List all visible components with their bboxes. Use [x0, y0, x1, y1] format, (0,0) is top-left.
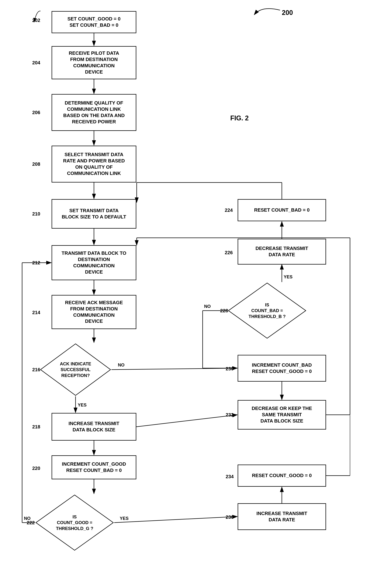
diagram-container: SET COUNT_GOOD = 0 SET COUNT_BAD = 0 202…	[0, 0, 392, 570]
node-218: INCREASE TRANSMIT DATA BLOCK SIZE	[52, 413, 136, 440]
label-210: 210	[32, 211, 40, 217]
arrows-svg: YES NO YES NO YES NO	[0, 0, 392, 570]
svg-text:NO: NO	[204, 304, 211, 309]
node-204-text: RECEIVE PILOT DATA FROM DESTINATION COMM…	[69, 50, 119, 75]
node-230-text: INCREMENT COUNT_BAD RESET COUNT_GOOD = 0	[252, 362, 312, 375]
label-228: 228	[220, 308, 228, 314]
svg-line-14	[112, 368, 237, 370]
node-214: RECEIVE ACK MESSAGE FROM DESTINATION COM…	[52, 295, 136, 329]
label-208: 208	[32, 161, 40, 167]
node-224: RESET COUNT_BAD = 0	[238, 199, 326, 221]
node-222: IS COUNT_GOOD = THRESHOLD_G ?	[35, 494, 114, 551]
diagram-ref: 200	[282, 9, 293, 17]
node-202: SET COUNT_GOOD = 0 SET COUNT_BAD = 0	[52, 11, 136, 33]
node-226-text: DECREASE TRANSMIT DATA RATE	[255, 245, 308, 258]
node-208: SELECT TRANSMIT DATA RATE AND POWER BASE…	[52, 146, 136, 182]
node-230: INCREMENT COUNT_BAD RESET COUNT_GOOD = 0	[238, 355, 326, 381]
label-226: 226	[225, 250, 233, 256]
label-234: 234	[226, 474, 234, 480]
node-214-text: RECEIVE ACK MESSAGE FROM DESTINATION COM…	[65, 300, 123, 324]
label-224: 224	[225, 207, 233, 213]
svg-text:YES: YES	[284, 274, 293, 279]
node-206-text: DETERMINE QUALITY OF COMMUNICATION LINK …	[63, 100, 125, 125]
label-222: 222	[27, 520, 35, 526]
label-212: 212	[32, 260, 40, 266]
label-236: 236	[226, 514, 234, 520]
svg-text:YES: YES	[78, 402, 86, 408]
node-208-text: SELECT TRANSMIT DATA RATE AND POWER BASE…	[63, 151, 125, 176]
label-214: 214	[32, 310, 40, 315]
node-224-text: RESET COUNT_BAD = 0	[254, 207, 309, 213]
node-234: RESET COUNT_GOOD = 0	[238, 465, 326, 487]
node-212-text: TRANSMIT DATA BLOCK TO DESTINATION COMMU…	[61, 250, 126, 275]
node-232: DECREASE OR KEEP THE SAME TRANSMIT DATA …	[238, 400, 326, 430]
node-206: DETERMINE QUALITY OF COMMUNICATION LINK …	[52, 94, 136, 131]
node-232-text: DECREASE OR KEEP THE SAME TRANSMIT DATA …	[252, 405, 312, 424]
node-220-text: INCREMENT COUNT_GOOD RESET COUNT_BAD = 0	[62, 461, 126, 474]
node-226: DECREASE TRANSMIT DATA RATE	[238, 239, 326, 264]
label-230: 230	[226, 366, 234, 372]
node-236-text: INCREASE TRANSMIT DATA RATE	[256, 511, 307, 523]
label-220: 220	[32, 466, 40, 471]
label-204: 204	[32, 60, 40, 66]
node-218-text: INCREASE TRANSMIT DATA BLOCK SIZE	[69, 421, 119, 433]
node-204: RECEIVE PILOT DATA FROM DESTINATION COMM…	[52, 46, 136, 79]
label-202: 202	[32, 17, 40, 23]
node-210: SET TRANSMIT DATA BLOCK SIZE TO A DEFAUL…	[52, 199, 136, 229]
label-232: 232	[226, 412, 234, 418]
node-220: INCREMENT COUNT_GOOD RESET COUNT_BAD = 0	[52, 455, 136, 479]
node-210-text: SET TRANSMIT DATA BLOCK SIZE TO A DEFAUL…	[62, 207, 126, 220]
node-216: ACK INDICATE SUCCESSFUL RECEPTION?	[40, 343, 112, 396]
svg-text:YES: YES	[120, 516, 129, 521]
svg-line-17	[136, 415, 237, 427]
label-206: 206	[32, 110, 40, 116]
node-236: INCREASE TRANSMIT DATA RATE	[238, 503, 326, 530]
node-228: IS COUNT_BAD = THRESHOLD_B ?	[227, 282, 307, 339]
node-212: TRANSMIT DATA BLOCK TO DESTINATION COMMU…	[52, 245, 136, 280]
node-234-text: RESET COUNT_GOOD = 0	[252, 472, 312, 479]
svg-text:NO: NO	[118, 362, 125, 367]
fig-label: FIG. 2	[230, 114, 249, 122]
node-202-text: SET COUNT_GOOD = 0 SET COUNT_BAD = 0	[67, 16, 120, 29]
node-222-text: IS COUNT_GOOD = THRESHOLD_G ?	[56, 514, 93, 531]
label-218: 218	[32, 424, 40, 430]
node-228-text: IS COUNT_BAD = THRESHOLD_B ?	[249, 302, 285, 319]
label-216: 216	[32, 367, 40, 373]
svg-line-19	[114, 517, 237, 523]
node-216-text: ACK INDICATE SUCCESSFUL RECEPTION?	[60, 361, 91, 378]
